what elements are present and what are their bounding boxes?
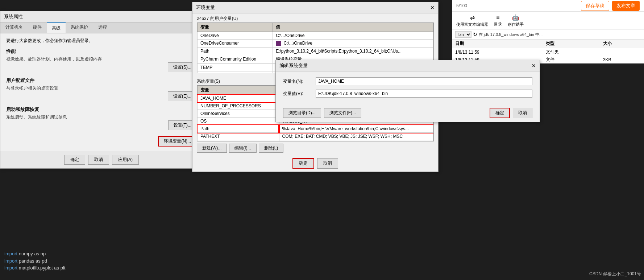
sys-var-value-platformcode (279, 140, 433, 142)
user-var-name-path: Path (198, 47, 273, 55)
assistant-label: 创作助手 (508, 22, 524, 27)
sys-var-col-name: 变量 (198, 86, 279, 95)
ok-cancel-buttons: 确定 取消 (490, 108, 532, 118)
sys-var-row-platformcode[interactable]: platformcode (198, 140, 433, 142)
env-vars-ok-button[interactable]: 确定 (292, 158, 314, 169)
sys-var-name-onlineservices: OnlineServices (198, 110, 279, 118)
sys-var-name-pathext: PATHEXT (198, 133, 279, 140)
publish-button[interactable]: 发布文章 (612, 1, 640, 11)
edit-var-title-text: 编辑系统变量 (279, 62, 308, 69)
user-var-row-path[interactable]: Path E:\python_3.10.2_64_bit\Scripts;E:\… (198, 47, 433, 55)
user-profile-section: 用户配置文件 与登录帐户相关的桌面设置 设置(E)... (6, 77, 197, 101)
var-value-row: 变量值(V): (283, 90, 532, 98)
user-var-row-onedrive[interactable]: OneDrive C:\...\OneDrive (198, 32, 433, 40)
env-vars-footer: 确定 取消 (192, 155, 438, 172)
admin-note: 要进行大多数更改，你必须作为管理员登录。 (6, 38, 197, 44)
sys-var-value-path: %Java_Home%\bin;E:\VMware_workstation\bi… (279, 125, 433, 133)
env-vars-title-bar: 环境变量 ✕ (192, 2, 438, 13)
right-panel-top: 5/100 保存草稿 发布文章 (452, 0, 644, 12)
toc-label: 目录 (494, 21, 502, 27)
user-var-col-name: 变量 (198, 23, 273, 32)
file-browser-nav: bin ↻ 在 jdk-17.0.8_windows-x64_bin 中... (452, 30, 644, 40)
refresh-icon[interactable]: ↻ (473, 32, 477, 37)
edit-var-title-bar: 编辑系统变量 ✕ (276, 60, 540, 71)
sys-props-tabs: 计算机名 硬件 高级 系统保护 远程 (0, 22, 203, 33)
edit-sys-var-button[interactable]: 编辑(I)... (229, 144, 256, 153)
rich-editor-tool[interactable]: ⇄ 使用富文本编辑器 (456, 14, 488, 27)
user-profile-desc: 与登录帐户相关的桌面设置 (6, 85, 197, 91)
code-text-0: numpy as np (19, 251, 46, 256)
color-block-icon (276, 41, 281, 46)
user-var-name-odconsumer: OneDriveConsumer (198, 40, 273, 48)
file-browser-path-label: 在 jdk-17.0.8_windows-x64_bin 中... (479, 32, 641, 37)
var-value-input[interactable] (316, 90, 532, 98)
sys-props-cancel-button[interactable]: 取消 (88, 155, 109, 165)
sys-var-row-path[interactable]: Path %Java_Home%\bin;E:\VMware_workstati… (198, 125, 433, 133)
tab-hardware[interactable]: 硬件 (28, 22, 47, 33)
col-type: 类型 (543, 40, 600, 48)
sys-var-name-os: OS (198, 118, 279, 125)
startup-title: 启动和故障恢复 (6, 106, 197, 113)
tab-sysprotect[interactable]: 系统保护 (66, 22, 93, 33)
delete-sys-var-button[interactable]: 删除(L) (259, 144, 284, 153)
startup-recovery-section: 启动和故障恢复 系统启动、系统故障和调试信息 设置(T)... (6, 106, 197, 130)
code-text-1: pandas as pd (19, 258, 47, 264)
rich-editor-icon: ⇄ (470, 14, 475, 21)
sys-props-title-bar: 系统属性 (0, 11, 203, 22)
user-var-value-odconsumer: C:\...\OneDrive (273, 40, 433, 48)
env-vars-cancel-button[interactable]: 取消 (317, 158, 338, 169)
user-var-row-onedriveconsumer[interactable]: OneDriveConsumer C:\...\OneDrive (198, 40, 433, 48)
col-size: 大小 (600, 40, 644, 48)
sys-var-name-numproc: NUMBER_OF_PROCESSORS (198, 102, 279, 110)
code-editor-area: import numpy as np import pandas as pd i… (0, 247, 452, 280)
file-type-1: 文件 (543, 56, 600, 63)
toc-tool[interactable]: ≡ 目录 (494, 14, 502, 27)
sys-var-value-pathext: COM; EXE; BAT; CMD; VBS; VBE; JS; JSE; W… (279, 133, 433, 140)
sys-props-ok-button[interactable]: 确定 (64, 155, 85, 165)
user-var-name-onedrive: OneDrive (198, 32, 273, 40)
publish-buttons: 保存草稿 发布文章 (581, 1, 640, 11)
user-var-name-temp: TEMP (198, 63, 273, 71)
browse-dir-button[interactable]: 浏览目录(D)... (283, 108, 321, 118)
browse-buttons: 浏览目录(D)... 浏览文件(F)... (283, 108, 361, 118)
sys-props-title-text: 系统属性 (4, 13, 23, 20)
tab-advanced[interactable]: 高级 (47, 22, 66, 33)
file-type-0: 文件夹 (543, 48, 600, 56)
sys-vars-buttons: 新建(W)... 编辑(I)... 删除(L) (192, 141, 438, 155)
env-vars-close-icon[interactable]: ✕ (430, 5, 435, 11)
env-vars-btn-container: 环境变量(N)... (6, 136, 197, 147)
col-date: 日期 (452, 40, 543, 48)
new-sys-var-button[interactable]: 新建(W)... (197, 144, 227, 153)
performance-title: 性能 (6, 48, 197, 55)
assistant-tool[interactable]: 🤖 创作助手 (508, 14, 524, 27)
path-dropdown[interactable]: bin (455, 31, 471, 38)
var-name-label: 变量名(N): (283, 78, 312, 85)
env-vars-button[interactable]: 环境变量(N)... (158, 136, 197, 147)
edit-var-cancel-button[interactable]: 取消 (513, 108, 532, 118)
var-value-label: 变量值(V): (283, 91, 312, 97)
browse-file-button[interactable]: 浏览文件(F)... (324, 108, 361, 118)
sys-props-footer: 确定 取消 应用(A) (0, 151, 203, 168)
user-profile-title: 用户配置文件 (6, 77, 197, 84)
file-browser: bin ↻ 在 jdk-17.0.8_windows-x64_bin 中... … (452, 30, 644, 63)
startup-desc: 系统启动、系统故障和调试信息 (6, 114, 197, 120)
edit-var-close-icon[interactable]: ✕ (532, 63, 536, 69)
file-row-0[interactable]: 1/8/13 11:59 文件夹 (452, 48, 644, 56)
system-properties-window: 系统属性 计算机名 硬件 高级 系统保护 远程 要进行大多数更改，你必须作为管理… (0, 11, 203, 169)
sys-var-name-javahome: JAVA_HOME (198, 95, 279, 102)
code-text-2: matplotlib.pyplot as plt (19, 265, 66, 271)
edit-var-ok-button[interactable]: 确定 (490, 108, 510, 118)
sys-var-row-pathext[interactable]: PATHEXT COM; EXE; BAT; CMD; VBS; VBE; JS… (198, 133, 433, 140)
file-date-0: 1/8/13 11:59 (452, 48, 543, 56)
user-var-name-tmp: TMP (198, 71, 273, 73)
sys-props-apply-button[interactable]: 应用(A) (112, 155, 139, 165)
code-line-1: import pandas as pd (4, 258, 448, 265)
save-draft-button[interactable]: 保存草稿 (581, 1, 609, 11)
performance-section: 性能 视觉效果、处理器计划、内存使用，以及虚拟内存 设置(S)... (6, 48, 197, 72)
tab-remote[interactable]: 远程 (93, 22, 112, 33)
sys-var-name-platformcode: platformcode (198, 140, 279, 142)
user-var-name-pycharm: PyCharm Community Edition (198, 55, 273, 63)
var-name-input[interactable] (316, 77, 532, 85)
tab-computername[interactable]: 计算机名 (0, 22, 28, 33)
code-line-2: import matplotlib.pyplot as plt (4, 264, 448, 272)
